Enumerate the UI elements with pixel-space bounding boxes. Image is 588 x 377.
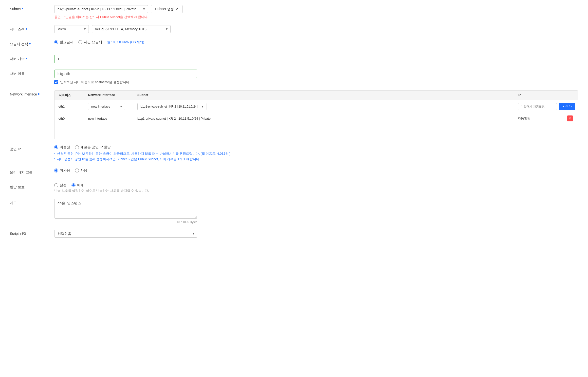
table-row: eth0 new interface b1g1-private-subnet |…	[55, 113, 578, 124]
use-radio-label[interactable]: 사용	[75, 168, 87, 173]
server-count-label: 서버 개수	[10, 55, 54, 61]
subnet-label: Subnet	[10, 5, 54, 11]
script-label: Script 선택	[10, 230, 54, 236]
server-name-row: 서버 이름 입력하신 서버 이름으로 hostname을 설정합니다.	[10, 70, 578, 84]
protection-content: 설정 해제 반납 보호를 설정하면 실수로 반납하는 사고를 방지할 수 있습니…	[54, 183, 578, 193]
subnet-warning: 공인 IP 연결을 위해서는 반드시 Public Subnet을 선택해야 합…	[54, 15, 578, 19]
protection-set-radio-label[interactable]: 설정	[54, 183, 67, 188]
required-indicator	[38, 93, 39, 95]
not-set-radio[interactable]	[54, 145, 58, 149]
physical-group-label: 물리 배치 그룹	[10, 168, 54, 175]
ni-interface-eth0: new interface	[84, 114, 133, 123]
hourly-radio[interactable]	[78, 40, 82, 44]
ni-device-eth1: eth1	[55, 102, 84, 111]
required-indicator	[26, 58, 27, 59]
ni-delete-button[interactable]: ✕	[567, 115, 573, 121]
tier-select[interactable]: Micro	[54, 25, 89, 33]
network-interface-row: Network Interface 디바이스 Network Interface…	[10, 90, 578, 139]
ni-ip-input-eth1[interactable]	[518, 103, 557, 110]
server-count-row: 서버 개수	[10, 55, 578, 64]
ni-action-eth0: ✕	[563, 113, 578, 124]
server-count-content	[54, 55, 578, 63]
hostname-checkbox[interactable]	[54, 80, 58, 84]
price-link[interactable]: 월 10,850 KRW (OS 제외)	[107, 40, 144, 44]
required-indicator	[22, 8, 23, 9]
billing-label: 요금제 선택	[10, 40, 54, 46]
memo-textarea[interactable]: db용 인스턴스	[54, 199, 197, 219]
type-select[interactable]: mi1-g3(vCPU 1EA, Memory 1GB)	[92, 25, 171, 33]
protection-hint: 반납 보호를 설정하면 실수로 반납하는 사고를 방지할 수 있습니다.	[54, 188, 578, 193]
public-ip-content: 미설정 새로운 공인 IP 할당 신청된 공인 IP는 보유하신 동안 요금이 …	[54, 145, 578, 162]
protection-label: 반납 보호	[10, 183, 54, 189]
required-indicator	[29, 43, 31, 44]
ni-action-eth1	[563, 104, 578, 109]
monthly-radio[interactable]	[54, 40, 58, 44]
ni-table-header: 디바이스 Network Interface Subnet IP	[55, 91, 578, 100]
physical-group-content: 미사용 사용	[54, 168, 578, 173]
server-count-input[interactable]	[54, 55, 197, 63]
use-radio[interactable]	[75, 169, 79, 172]
memo-content: db용 인스턴스 18 / 1000 Bytes	[54, 199, 578, 224]
public-ip-notes: 신청된 공인 IP는 보유하신 동안 요금이 과금되므로, 사용하지 않을 때는…	[54, 151, 578, 161]
public-ip-note-2: 서버 생성시 공인 IP를 함께 생성하시려면 Subnet 타입은 Publi…	[54, 157, 578, 161]
ni-interface-eth1: new interface ▼	[84, 100, 133, 113]
type-select-wrapper: mi1-g3(vCPU 1EA, Memory 1GB) ▼	[92, 25, 171, 33]
server-name-content: 입력하신 서버 이름으로 hostname을 설정합니다.	[54, 70, 578, 84]
ni-device-eth0: eth0	[55, 114, 84, 123]
public-ip-row: 공인 IP 미설정 새로운 공인 IP 할당 신청된 공인 IP는 보유하신 동…	[10, 145, 578, 162]
subnet-row: Subnet b1g1-private-subnet | KR-2 | 10.1…	[10, 5, 578, 19]
server-spec-label: 서버 스펙	[10, 25, 54, 32]
billing-row: 요금제 선택 월요금제 시간 요금제 월 10,850 KRW (OS 제외)	[10, 40, 578, 49]
table-row: eth1 new interface ▼ b1g1-private-subnet…	[55, 100, 578, 113]
memo-label: 메모	[10, 199, 54, 205]
not-use-radio[interactable]	[54, 169, 58, 172]
not-set-radio-label[interactable]: 미설정	[54, 145, 70, 150]
external-link-icon: ↗	[175, 7, 178, 11]
ni-col-device: 디바이스	[55, 91, 84, 100]
new-alloc-radio[interactable]	[75, 145, 79, 149]
protection-release-radio[interactable]	[72, 183, 75, 187]
memo-counter: 18 / 1000 Bytes	[54, 220, 197, 224]
ni-col-interface: Network Interface	[84, 91, 133, 100]
ni-ip-eth0: 자동할당	[514, 114, 563, 123]
tier-select-wrapper: Micro ▼	[54, 25, 89, 33]
required-indicator	[26, 28, 27, 30]
script-row: Script 선택 선택없음 ▼	[10, 230, 578, 239]
script-content: 선택없음 ▼	[54, 230, 578, 238]
subnet-content: b1g1-private-subnet | KR-2 | 10.11.51.0/…	[54, 5, 578, 19]
ni-col-subnet: Subnet	[133, 91, 514, 100]
ni-ip-eth1: + 추가	[514, 100, 563, 113]
ni-table: 디바이스 Network Interface Subnet IP eth1 ne…	[54, 90, 578, 139]
hostname-check-row: 입력하신 서버 이름으로 hostname을 설정합니다.	[54, 80, 578, 84]
subnet-select[interactable]: b1g1-private-subnet | KR-2 | 10.11.51.0/…	[54, 5, 148, 13]
hourly-radio-label[interactable]: 시간 요금제	[78, 40, 102, 44]
billing-content: 월요금제 시간 요금제 월 10,850 KRW (OS 제외)	[54, 40, 578, 44]
ni-subnet-select-eth1[interactable]: b1g1-private-subnet | KR-2 | 10.11.51.0/…	[137, 103, 206, 110]
public-ip-note-1: 신청된 공인 IP는 보유하신 동안 요금이 과금되므로, 사용하지 않을 때는…	[54, 151, 578, 156]
ni-subnet-eth1: b1g1-private-subnet | KR-2 | 10.11.51.0/…	[133, 100, 514, 113]
network-interface-label: Network Interface	[10, 90, 54, 96]
subnet-select-wrapper: b1g1-private-subnet | KR-2 | 10.11.51.0/…	[54, 5, 148, 13]
public-ip-label: 공인 IP	[10, 145, 54, 151]
server-spec-content: Micro ▼ mi1-g3(vCPU 1EA, Memory 1GB) ▼	[54, 25, 578, 33]
memo-row: 메모 db용 인스턴스 18 / 1000 Bytes	[10, 199, 578, 224]
protection-row: 반납 보호 설정 해제 반납 보호를 설정하면 실수로 반납하는 사고를 방지할…	[10, 183, 578, 193]
server-name-label: 서버 이름	[10, 70, 54, 76]
server-name-input[interactable]	[54, 70, 197, 78]
subnet-create-button[interactable]: Subnet 생성 ↗	[151, 5, 183, 13]
ni-empty-space	[55, 124, 578, 139]
script-select[interactable]: 선택없음	[54, 230, 197, 238]
server-spec-row: 서버 스펙 Micro ▼ mi1-g3(vCPU 1EA, Memory 1G…	[10, 25, 578, 34]
network-interface-content: 디바이스 Network Interface Subnet IP eth1 ne…	[54, 90, 578, 139]
ni-subnet-eth0: b1g1-private-subnet | KR-2 | 10.11.51.0/…	[133, 114, 514, 123]
ni-interface-select-eth1[interactable]: new interface	[88, 103, 125, 110]
protection-set-radio[interactable]	[54, 183, 58, 187]
monthly-radio-label[interactable]: 월요금제	[54, 40, 74, 44]
physical-group-row: 물리 배치 그룹 미사용 사용	[10, 168, 578, 177]
protection-release-radio-label[interactable]: 해제	[72, 183, 84, 188]
ni-col-ip: IP	[514, 91, 563, 100]
new-alloc-radio-label[interactable]: 새로운 공인 IP 할당	[75, 145, 111, 150]
not-use-radio-label[interactable]: 미사용	[54, 168, 70, 173]
ni-col-action	[563, 91, 578, 100]
